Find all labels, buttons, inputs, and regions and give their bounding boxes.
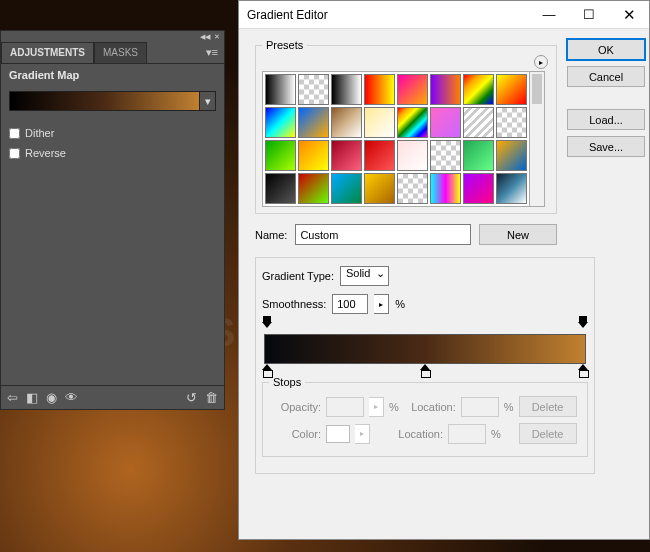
preset-swatch[interactable] — [496, 140, 527, 171]
color-stop-label: Color: — [273, 428, 321, 440]
color-swatch — [326, 425, 350, 443]
reset-icon[interactable]: ↺ — [186, 390, 197, 405]
preset-swatch[interactable] — [331, 173, 362, 204]
preset-swatch[interactable] — [364, 74, 395, 105]
presets-menu-icon[interactable]: ▸ — [534, 55, 548, 69]
stops-legend: Stops — [269, 376, 305, 388]
preset-swatch[interactable] — [397, 107, 428, 138]
close-panel-icon[interactable]: ✕ — [214, 33, 220, 41]
preset-swatch[interactable] — [298, 107, 329, 138]
panel-footer: ⇦ ◧ ◉ 👁 ↺ 🗑 — [1, 385, 224, 409]
adjustments-panel: ◀◀✕ ADJUSTMENTS MASKS ▾≡ Gradient Map ▾ … — [0, 30, 225, 410]
trash-icon[interactable]: 🗑 — [205, 390, 218, 405]
opacity-input — [326, 397, 364, 417]
preset-swatch[interactable] — [298, 173, 329, 204]
dialog-titlebar[interactable]: Gradient Editor — ☐ ✕ — [239, 1, 649, 29]
opacity-location-label: Location: — [404, 401, 456, 413]
gradient-type-select[interactable]: Solid — [340, 266, 389, 286]
preset-swatch[interactable] — [298, 140, 329, 171]
panel-menu-icon[interactable]: ▾≡ — [200, 42, 224, 63]
color-stop-3[interactable] — [578, 364, 588, 376]
presets-legend: Presets — [262, 39, 307, 51]
cancel-button[interactable]: Cancel — [567, 66, 645, 87]
preset-swatch[interactable] — [331, 140, 362, 171]
preset-swatch[interactable] — [496, 74, 527, 105]
preset-swatch[interactable] — [364, 140, 395, 171]
new-button[interactable]: New — [479, 224, 557, 245]
ok-button[interactable]: OK — [567, 39, 645, 60]
close-button[interactable]: ✕ — [609, 1, 649, 29]
preset-swatch[interactable] — [397, 173, 428, 204]
preset-swatch[interactable] — [364, 173, 395, 204]
adjustment-target-icon[interactable]: ◧ — [26, 390, 38, 405]
reverse-label: Reverse — [25, 147, 66, 159]
dither-label: Dither — [25, 127, 54, 139]
presets-scrollbar[interactable] — [530, 71, 545, 207]
color-location-input — [448, 424, 486, 444]
gradient-type-label: Gradient Type: — [262, 270, 334, 282]
collapse-icon: ◀◀ — [200, 33, 210, 41]
minimize-button[interactable]: — — [529, 1, 569, 29]
dither-checkbox-row[interactable]: Dither — [1, 123, 224, 143]
preset-swatch[interactable] — [331, 107, 362, 138]
save-button[interactable]: Save... — [567, 136, 645, 157]
preset-swatch[interactable] — [430, 140, 461, 171]
gradient-bar-editor[interactable] — [262, 322, 588, 376]
smoothness-label: Smoothness: — [262, 298, 326, 310]
stops-fieldset: Stops Opacity: ▸ % Location: % Delete Co… — [262, 376, 588, 457]
preset-swatch[interactable] — [331, 74, 362, 105]
preset-swatch[interactable] — [298, 74, 329, 105]
preset-grid — [262, 71, 530, 207]
preset-swatch[interactable] — [397, 74, 428, 105]
preset-swatch[interactable] — [265, 107, 296, 138]
opacity-unit: % — [389, 401, 399, 413]
panel-tabs: ADJUSTMENTS MASKS ▾≡ — [1, 42, 224, 64]
preset-swatch[interactable] — [397, 140, 428, 171]
preset-swatch[interactable] — [496, 107, 527, 138]
preset-swatch[interactable] — [463, 140, 494, 171]
smoothness-input[interactable] — [332, 294, 368, 314]
reverse-checkbox[interactable] — [9, 148, 20, 159]
opacity-stop-right[interactable] — [578, 322, 588, 334]
preset-swatch[interactable] — [430, 173, 461, 204]
view-previous-icon[interactable]: 👁 — [65, 390, 78, 405]
opacity-spinner-icon: ▸ — [369, 397, 384, 417]
smoothness-spinner-icon[interactable]: ▸ — [374, 294, 389, 314]
preset-swatch[interactable] — [265, 74, 296, 105]
presets-fieldset: Presets ▸ — [255, 39, 557, 214]
load-button[interactable]: Load... — [567, 109, 645, 130]
color-picker-icon: ▸ — [355, 424, 370, 444]
preset-swatch[interactable] — [364, 107, 395, 138]
color-stop-2[interactable] — [420, 364, 430, 376]
preset-swatch[interactable] — [430, 74, 461, 105]
maximize-button[interactable]: ☐ — [569, 1, 609, 29]
gradient-bar[interactable] — [264, 334, 586, 364]
preset-swatch[interactable] — [496, 173, 527, 204]
preset-swatch[interactable] — [463, 173, 494, 204]
tab-masks[interactable]: MASKS — [94, 42, 147, 63]
dither-checkbox[interactable] — [9, 128, 20, 139]
reverse-checkbox-row[interactable]: Reverse — [1, 143, 224, 163]
color-stop-1[interactable] — [262, 364, 272, 376]
gradient-preview[interactable] — [9, 91, 200, 111]
back-arrow-icon[interactable]: ⇦ — [7, 390, 18, 405]
opacity-location-unit: % — [504, 401, 514, 413]
tab-adjustments[interactable]: ADJUSTMENTS — [1, 42, 94, 63]
gradient-dropdown-icon[interactable]: ▾ — [200, 91, 216, 111]
preset-swatch[interactable] — [463, 107, 494, 138]
gradient-settings-fieldset: Gradient Type: Solid Smoothness: ▸ % — [255, 257, 595, 474]
preset-swatch[interactable] — [265, 173, 296, 204]
opacity-stop-left[interactable] — [262, 322, 272, 334]
color-location-unit: % — [491, 428, 501, 440]
visibility-icon[interactable]: ◉ — [46, 390, 57, 405]
gradient-editor-dialog: Gradient Editor — ☐ ✕ Presets ▸ Name: Ne… — [238, 0, 650, 540]
name-input[interactable] — [295, 224, 471, 245]
dialog-title: Gradient Editor — [247, 8, 529, 22]
preset-swatch[interactable] — [265, 140, 296, 171]
panel-collapse-bar[interactable]: ◀◀✕ — [1, 31, 224, 42]
smoothness-unit: % — [395, 298, 405, 310]
preset-swatch[interactable] — [463, 74, 494, 105]
adjustment-title: Gradient Map — [1, 64, 224, 91]
preset-swatch[interactable] — [430, 107, 461, 138]
opacity-stop-label: Opacity: — [273, 401, 321, 413]
